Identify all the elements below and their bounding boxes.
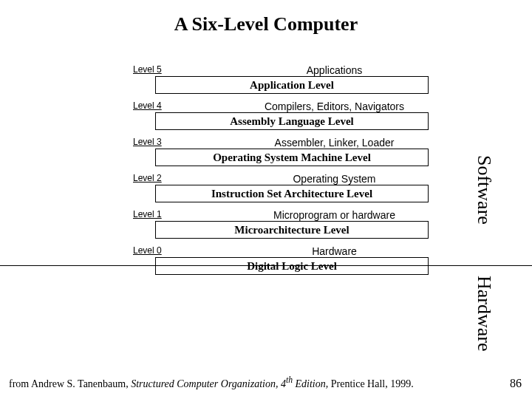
level-0-row: Level 0 Hardware bbox=[133, 246, 451, 256]
page-title: A Six-Level Computer bbox=[0, 13, 532, 35]
citation-prefix: from Andrew S. Tanenbaum, bbox=[9, 378, 131, 389]
level-2-desc: Operating System bbox=[133, 174, 451, 184]
level-4-box: Assembly Language Level bbox=[155, 112, 429, 130]
citation-sup: th bbox=[286, 375, 293, 385]
level-2-row: Level 2 Operating System bbox=[133, 174, 451, 184]
level-3-row: Level 3 Assembler, Linker, Loader bbox=[133, 137, 451, 148]
hardware-label: Hardware bbox=[473, 276, 495, 352]
level-2-box: Instruction Set Architecture Level bbox=[155, 185, 429, 202]
level-3-label: Level 3 bbox=[133, 137, 162, 146]
level-4-desc: Compilers, Editors, Navigators bbox=[133, 101, 451, 112]
level-2-label: Level 2 bbox=[133, 174, 162, 183]
sw-hw-divider bbox=[0, 265, 532, 266]
page-number: 86 bbox=[510, 377, 522, 390]
citation-suffix: Prentice Hall, 1999. bbox=[331, 378, 414, 389]
level-5-desc: Applications bbox=[133, 65, 451, 75]
level-5-box: Application Level bbox=[155, 76, 429, 94]
software-label: Software bbox=[473, 155, 495, 225]
level-0-label: Level 0 bbox=[133, 246, 162, 255]
level-1-desc: Microprogram or hardware bbox=[133, 210, 451, 220]
level-1-row: Level 1 Microprogram or hardware bbox=[133, 210, 451, 220]
citation-title1: Structured Computer Organization, 4 bbox=[131, 378, 286, 389]
level-4-row: Level 4 Compilers, Editors, Navigators bbox=[133, 101, 451, 112]
citation-title2: Edition, bbox=[293, 378, 331, 389]
level-0-desc: Hardware bbox=[133, 246, 451, 256]
levels-diagram: Level 5 Applications Application Level L… bbox=[133, 65, 451, 275]
level-1-label: Level 1 bbox=[133, 210, 162, 219]
citation: from Andrew S. Tanenbaum, Structured Com… bbox=[9, 375, 414, 390]
level-0-box: Digital Logic Level bbox=[155, 257, 429, 275]
level-5-row: Level 5 Applications bbox=[133, 65, 451, 75]
level-1-box: Microarchitecture Level bbox=[155, 221, 429, 239]
level-5-label: Level 5 bbox=[133, 65, 162, 74]
level-3-box: Operating System Machine Level bbox=[155, 149, 429, 166]
level-3-desc: Assembler, Linker, Loader bbox=[133, 137, 451, 148]
level-4-label: Level 4 bbox=[133, 101, 162, 110]
